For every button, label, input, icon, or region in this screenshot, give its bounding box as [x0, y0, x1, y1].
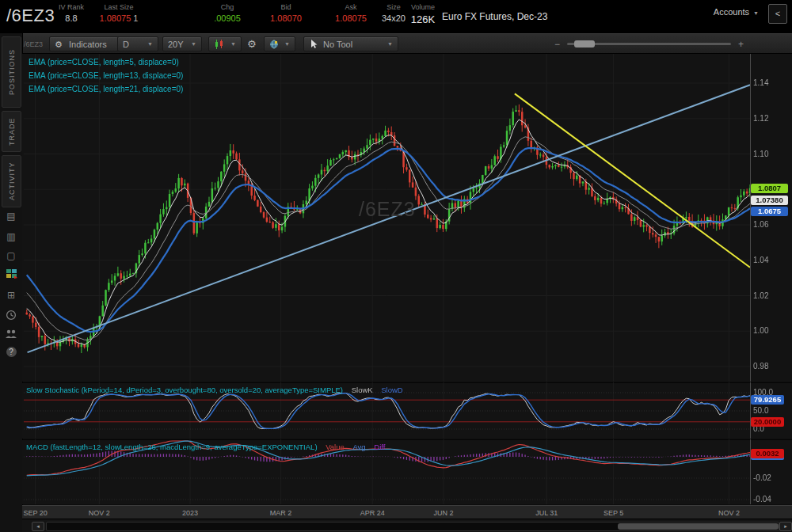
price-axis-label: 0.98 — [753, 362, 768, 370]
field-label: Chg — [199, 3, 256, 11]
chevron-down-icon: ▼ — [753, 10, 759, 16]
field-value: 1.08075 — [100, 13, 131, 23]
macd-value-bubble: 0.0032 — [751, 449, 784, 458]
chevron-down-icon: ▼ — [387, 41, 393, 47]
thinkorswim-chart-window: /6EZ3 IV Rank8.8Last Size1.080751Chg.009… — [0, 0, 792, 532]
time-axis-label: JUL 31 — [535, 509, 558, 517]
field-label: Ask — [322, 3, 379, 11]
field-label: Size — [378, 3, 409, 11]
quote-field-size: Size34x20 — [378, 3, 409, 23]
quote-field-chg: Chg.00905 — [199, 3, 256, 23]
chevron-down-icon: ▼ — [191, 41, 196, 47]
history-icon[interactable] — [0, 310, 22, 323]
help-icon[interactable]: ? — [0, 346, 22, 357]
drawings-globe-icon — [269, 40, 280, 49]
macd-label: MACD (fastLength=12, slowLength=26, macd… — [26, 443, 385, 451]
apps-icon[interactable]: ⊞ — [0, 290, 22, 301]
cursor-icon — [309, 40, 319, 49]
share-icon[interactable] — [0, 329, 22, 341]
sidebar-tab-activity[interactable]: ACTIVITY — [2, 155, 21, 207]
price-axis-label: 1.10 — [753, 150, 768, 158]
macd-avg-legend: Avg — [352, 443, 365, 451]
timeframe-dropdown[interactable]: D▼ — [117, 36, 158, 51]
price-axis-label: 1.02 — [753, 291, 768, 300]
ema21-legend: EMA (price=CLOSE, length=21, displace=0) — [29, 85, 183, 93]
field-value: 126K — [411, 13, 435, 25]
left-gadget-sidebar: POSITIONSTRADEACTIVITY▤▥▢⊞? — [0, 33, 23, 532]
drawings-dropdown[interactable]: ▼ — [264, 36, 295, 51]
scroll-left-button[interactable]: ◂ — [32, 522, 44, 531]
field-value: .00905 — [214, 13, 241, 23]
news-icon[interactable]: ▤ — [0, 211, 22, 222]
chart-scrollbar: ◂ ▸ — [22, 519, 792, 532]
field-value: 1.08075 — [335, 13, 367, 23]
toolbar-symbol-label: /6EZ3 — [24, 40, 43, 48]
indicators-gear-icon: ⚙ — [55, 40, 65, 49]
time-axis-label: 2023 — [182, 509, 198, 517]
scrollbar-track[interactable] — [46, 522, 779, 531]
time-axis-label: NOV 2 — [718, 509, 740, 517]
chart-grid-icon[interactable] — [0, 268, 22, 282]
price-axis-label: 1.00 — [753, 326, 768, 335]
ema13-legend: EMA (price=CLOSE, length=13, displace=0) — [29, 71, 183, 80]
time-axis-label: JUN 2 — [434, 509, 454, 517]
chevron-down-icon: ▼ — [147, 41, 153, 47]
last-size-qty: 1 — [133, 13, 138, 23]
last-price-bubble: 1.0807 — [751, 184, 788, 193]
quote-field-ask: Ask1.08075 — [322, 3, 379, 23]
field-label: Last Size — [85, 3, 153, 11]
range-dropdown[interactable]: 20Y▼ — [162, 36, 202, 51]
ema-price-bubble: 1.07380 — [751, 196, 788, 205]
sidebar-tab-trade[interactable]: TRADE — [2, 111, 21, 152]
field-label: Bid — [257, 3, 314, 11]
symbol-watermark: /6EZ3 — [359, 198, 416, 221]
oversold-bubble: 20.0000 — [751, 417, 784, 427]
price-axis-label: 1.14 — [753, 78, 768, 87]
indicators-button[interactable]: ⚙ Indicators — [49, 36, 122, 51]
macd-value-legend: Value — [326, 443, 345, 451]
slowd-value-bubble: 79.9265 — [751, 395, 784, 405]
ema5-legend: EMA (price=CLOSE, length=5, displace=0) — [29, 58, 179, 66]
macd-diff-legend: Diff — [374, 443, 385, 451]
stochastic-label: Slow Stochastic (kPeriod=14, dPeriod=3, … — [26, 386, 403, 394]
time-axis-label: NOV 2 — [89, 509, 110, 517]
collapse-panel-button[interactable]: < — [768, 4, 787, 24]
time-axis-label: APR 24 — [360, 509, 385, 517]
chart-settings-gear-icon[interactable]: ⚙ — [247, 38, 257, 50]
watchlist-icon[interactable]: ▥ — [0, 231, 22, 242]
quote-header: /6EZ3 IV Rank8.8Last Size1.080751Chg.009… — [0, 0, 792, 33]
chevron-down-icon: ▼ — [284, 41, 290, 47]
candlestick-style-icon — [214, 40, 224, 49]
field-value: 34x20 — [382, 13, 406, 23]
time-axis-label: SEP 20 — [23, 509, 47, 517]
price-axis-label: 1.04 — [753, 256, 768, 264]
slowd-legend: SlowD — [381, 386, 402, 394]
zoom-slider-track[interactable] — [567, 43, 731, 45]
layout-icon[interactable]: ▢ — [0, 250, 22, 261]
active-tool-dropdown[interactable]: No Tool▼ — [303, 36, 398, 51]
macd-axis-label: -0.02 — [753, 473, 771, 482]
chevron-down-icon: ▼ — [230, 41, 236, 47]
contract-description: Euro FX Futures, Dec-23 — [442, 11, 547, 22]
scroll-right-button[interactable]: ▸ — [779, 522, 792, 531]
field-value: 1.08070 — [270, 13, 302, 23]
quote-field-last-size: Last Size1.080751 — [85, 3, 153, 23]
chart-toolbar: /6EZ3 ⚙ Indicators D▼ 20Y▼ ▼ ⚙ ▼ No Tool… — [22, 33, 792, 54]
ema-price-bubble: 1.0675 — [751, 207, 788, 216]
zoom-in-icon[interactable]: + — [738, 39, 744, 50]
quote-field-volume: Volume126K — [406, 3, 440, 25]
time-axis-label: MAR 2 — [270, 509, 292, 517]
accounts-menu[interactable]: Accounts▼ — [714, 7, 759, 17]
field-label: Volume — [406, 3, 440, 11]
time-axis: SEP 20NOV 22023MAR 2APR 24JUN 2JUL 31SEP… — [22, 505, 792, 519]
field-value: 8.8 — [65, 13, 77, 23]
zoom-out-icon[interactable]: − — [554, 39, 560, 50]
zoom-slider-thumb[interactable] — [574, 40, 595, 48]
sidebar-tab-positions[interactable]: POSITIONS — [2, 36, 21, 108]
macd-axis-label: -0.04 — [753, 495, 771, 504]
chart-style-dropdown[interactable]: ▼ — [208, 36, 242, 51]
scrollbar-thumb[interactable] — [618, 523, 779, 530]
quote-field-bid: Bid1.08070 — [257, 3, 314, 23]
stochastic-axis-label: 50.0 — [753, 406, 768, 415]
time-axis-label: SEP 5 — [604, 509, 623, 517]
